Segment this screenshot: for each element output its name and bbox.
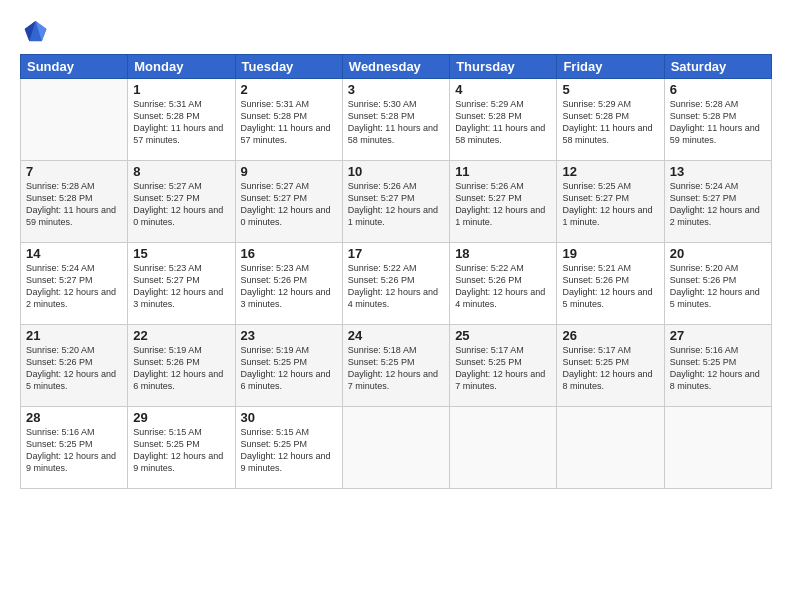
page-header: [20, 18, 772, 46]
day-number: 7: [26, 164, 122, 179]
calendar-cell: 25Sunrise: 5:17 AM Sunset: 5:25 PM Dayli…: [450, 325, 557, 407]
day-number: 11: [455, 164, 551, 179]
day-number: 26: [562, 328, 658, 343]
calendar-cell: 30Sunrise: 5:15 AM Sunset: 5:25 PM Dayli…: [235, 407, 342, 489]
day-info: Sunrise: 5:24 AM Sunset: 5:27 PM Dayligh…: [670, 180, 766, 229]
day-number: 9: [241, 164, 337, 179]
col-header-sunday: Sunday: [21, 55, 128, 79]
calendar-week-row: 7Sunrise: 5:28 AM Sunset: 5:28 PM Daylig…: [21, 161, 772, 243]
calendar-cell: 15Sunrise: 5:23 AM Sunset: 5:27 PM Dayli…: [128, 243, 235, 325]
day-number: 10: [348, 164, 444, 179]
calendar-cell: 23Sunrise: 5:19 AM Sunset: 5:25 PM Dayli…: [235, 325, 342, 407]
calendar-week-row: 21Sunrise: 5:20 AM Sunset: 5:26 PM Dayli…: [21, 325, 772, 407]
day-info: Sunrise: 5:24 AM Sunset: 5:27 PM Dayligh…: [26, 262, 122, 311]
day-info: Sunrise: 5:29 AM Sunset: 5:28 PM Dayligh…: [455, 98, 551, 147]
calendar-cell: 16Sunrise: 5:23 AM Sunset: 5:26 PM Dayli…: [235, 243, 342, 325]
day-number: 18: [455, 246, 551, 261]
calendar-cell: [557, 407, 664, 489]
day-number: 2: [241, 82, 337, 97]
day-info: Sunrise: 5:20 AM Sunset: 5:26 PM Dayligh…: [26, 344, 122, 393]
day-info: Sunrise: 5:23 AM Sunset: 5:26 PM Dayligh…: [241, 262, 337, 311]
day-number: 12: [562, 164, 658, 179]
col-header-wednesday: Wednesday: [342, 55, 449, 79]
calendar-cell: 14Sunrise: 5:24 AM Sunset: 5:27 PM Dayli…: [21, 243, 128, 325]
day-info: Sunrise: 5:23 AM Sunset: 5:27 PM Dayligh…: [133, 262, 229, 311]
calendar-week-row: 28Sunrise: 5:16 AM Sunset: 5:25 PM Dayli…: [21, 407, 772, 489]
day-number: 17: [348, 246, 444, 261]
calendar-cell: 12Sunrise: 5:25 AM Sunset: 5:27 PM Dayli…: [557, 161, 664, 243]
day-number: 30: [241, 410, 337, 425]
day-info: Sunrise: 5:26 AM Sunset: 5:27 PM Dayligh…: [348, 180, 444, 229]
day-number: 4: [455, 82, 551, 97]
day-number: 3: [348, 82, 444, 97]
calendar-cell: 2Sunrise: 5:31 AM Sunset: 5:28 PM Daylig…: [235, 79, 342, 161]
day-number: 1: [133, 82, 229, 97]
day-info: Sunrise: 5:15 AM Sunset: 5:25 PM Dayligh…: [241, 426, 337, 475]
col-header-saturday: Saturday: [664, 55, 771, 79]
calendar-week-row: 1Sunrise: 5:31 AM Sunset: 5:28 PM Daylig…: [21, 79, 772, 161]
day-number: 20: [670, 246, 766, 261]
day-number: 29: [133, 410, 229, 425]
day-info: Sunrise: 5:16 AM Sunset: 5:25 PM Dayligh…: [670, 344, 766, 393]
col-header-monday: Monday: [128, 55, 235, 79]
calendar-cell: 6Sunrise: 5:28 AM Sunset: 5:28 PM Daylig…: [664, 79, 771, 161]
day-info: Sunrise: 5:18 AM Sunset: 5:25 PM Dayligh…: [348, 344, 444, 393]
calendar-cell: 7Sunrise: 5:28 AM Sunset: 5:28 PM Daylig…: [21, 161, 128, 243]
calendar-cell: [664, 407, 771, 489]
calendar-cell: 8Sunrise: 5:27 AM Sunset: 5:27 PM Daylig…: [128, 161, 235, 243]
day-info: Sunrise: 5:22 AM Sunset: 5:26 PM Dayligh…: [348, 262, 444, 311]
calendar-cell: 11Sunrise: 5:26 AM Sunset: 5:27 PM Dayli…: [450, 161, 557, 243]
day-number: 14: [26, 246, 122, 261]
day-info: Sunrise: 5:30 AM Sunset: 5:28 PM Dayligh…: [348, 98, 444, 147]
day-info: Sunrise: 5:19 AM Sunset: 5:26 PM Dayligh…: [133, 344, 229, 393]
day-number: 13: [670, 164, 766, 179]
col-header-tuesday: Tuesday: [235, 55, 342, 79]
day-number: 6: [670, 82, 766, 97]
day-number: 24: [348, 328, 444, 343]
calendar-cell: 17Sunrise: 5:22 AM Sunset: 5:26 PM Dayli…: [342, 243, 449, 325]
day-number: 19: [562, 246, 658, 261]
day-info: Sunrise: 5:17 AM Sunset: 5:25 PM Dayligh…: [455, 344, 551, 393]
calendar-cell: 29Sunrise: 5:15 AM Sunset: 5:25 PM Dayli…: [128, 407, 235, 489]
day-info: Sunrise: 5:22 AM Sunset: 5:26 PM Dayligh…: [455, 262, 551, 311]
day-info: Sunrise: 5:29 AM Sunset: 5:28 PM Dayligh…: [562, 98, 658, 147]
calendar-cell: 18Sunrise: 5:22 AM Sunset: 5:26 PM Dayli…: [450, 243, 557, 325]
day-info: Sunrise: 5:20 AM Sunset: 5:26 PM Dayligh…: [670, 262, 766, 311]
day-number: 28: [26, 410, 122, 425]
col-header-thursday: Thursday: [450, 55, 557, 79]
day-number: 16: [241, 246, 337, 261]
calendar-cell: 22Sunrise: 5:19 AM Sunset: 5:26 PM Dayli…: [128, 325, 235, 407]
calendar-week-row: 14Sunrise: 5:24 AM Sunset: 5:27 PM Dayli…: [21, 243, 772, 325]
day-info: Sunrise: 5:19 AM Sunset: 5:25 PM Dayligh…: [241, 344, 337, 393]
calendar-cell: 4Sunrise: 5:29 AM Sunset: 5:28 PM Daylig…: [450, 79, 557, 161]
calendar-cell: 9Sunrise: 5:27 AM Sunset: 5:27 PM Daylig…: [235, 161, 342, 243]
day-number: 23: [241, 328, 337, 343]
calendar-cell: 26Sunrise: 5:17 AM Sunset: 5:25 PM Dayli…: [557, 325, 664, 407]
day-info: Sunrise: 5:16 AM Sunset: 5:25 PM Dayligh…: [26, 426, 122, 475]
day-number: 27: [670, 328, 766, 343]
day-info: Sunrise: 5:15 AM Sunset: 5:25 PM Dayligh…: [133, 426, 229, 475]
calendar-cell: 1Sunrise: 5:31 AM Sunset: 5:28 PM Daylig…: [128, 79, 235, 161]
calendar-cell: 27Sunrise: 5:16 AM Sunset: 5:25 PM Dayli…: [664, 325, 771, 407]
calendar-cell: 19Sunrise: 5:21 AM Sunset: 5:26 PM Dayli…: [557, 243, 664, 325]
logo-icon: [20, 18, 48, 46]
calendar-cell: 24Sunrise: 5:18 AM Sunset: 5:25 PM Dayli…: [342, 325, 449, 407]
day-info: Sunrise: 5:27 AM Sunset: 5:27 PM Dayligh…: [241, 180, 337, 229]
day-info: Sunrise: 5:17 AM Sunset: 5:25 PM Dayligh…: [562, 344, 658, 393]
day-info: Sunrise: 5:25 AM Sunset: 5:27 PM Dayligh…: [562, 180, 658, 229]
calendar-cell: 21Sunrise: 5:20 AM Sunset: 5:26 PM Dayli…: [21, 325, 128, 407]
day-number: 22: [133, 328, 229, 343]
day-info: Sunrise: 5:26 AM Sunset: 5:27 PM Dayligh…: [455, 180, 551, 229]
calendar-cell: 28Sunrise: 5:16 AM Sunset: 5:25 PM Dayli…: [21, 407, 128, 489]
day-info: Sunrise: 5:21 AM Sunset: 5:26 PM Dayligh…: [562, 262, 658, 311]
calendar-table: SundayMondayTuesdayWednesdayThursdayFrid…: [20, 54, 772, 489]
day-number: 25: [455, 328, 551, 343]
calendar-cell: 20Sunrise: 5:20 AM Sunset: 5:26 PM Dayli…: [664, 243, 771, 325]
calendar-cell: [450, 407, 557, 489]
day-info: Sunrise: 5:27 AM Sunset: 5:27 PM Dayligh…: [133, 180, 229, 229]
day-info: Sunrise: 5:28 AM Sunset: 5:28 PM Dayligh…: [670, 98, 766, 147]
day-number: 15: [133, 246, 229, 261]
calendar-cell: 5Sunrise: 5:29 AM Sunset: 5:28 PM Daylig…: [557, 79, 664, 161]
day-info: Sunrise: 5:31 AM Sunset: 5:28 PM Dayligh…: [241, 98, 337, 147]
day-number: 5: [562, 82, 658, 97]
